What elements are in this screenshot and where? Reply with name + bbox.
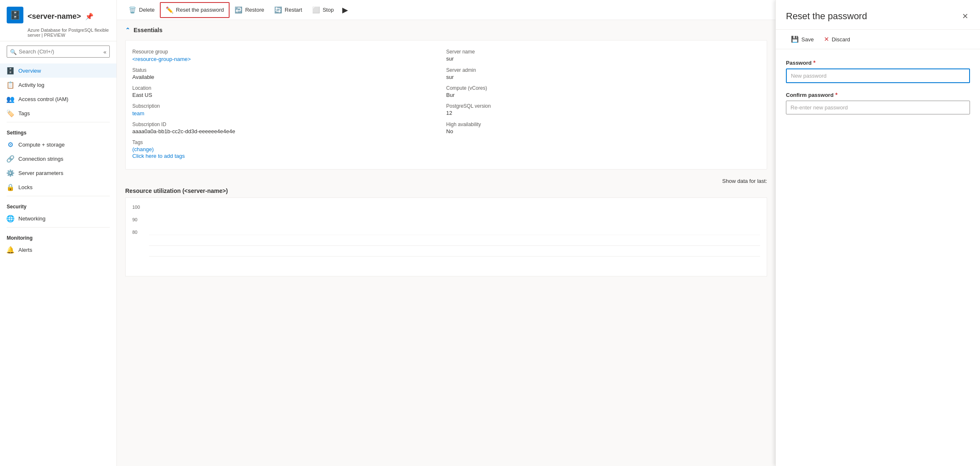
sidebar-item-server-parameters[interactable]: ⚙️ Server parameters [0,166,116,180]
sidebar-item-activity-log[interactable]: 📋 Activity log [0,78,116,92]
connection-strings-label: Connection strings [18,156,63,162]
status-value: Available [132,74,439,80]
panel-header: Reset the password ✕ [776,0,980,30]
sidebar-item-locks[interactable]: 🔒 Locks [0,180,116,194]
change-link[interactable]: (change) [132,146,154,152]
content-area: ⌃ Essentials Resource group <resource-gr… [117,20,775,466]
server-name-label: <server-name> [28,12,81,21]
overview-label: Overview [18,68,41,74]
search-input[interactable] [7,46,110,58]
compute-value: Bur [446,92,496,98]
confirm-password-input[interactable] [786,101,970,114]
essentials-ha: High availability No [446,120,760,138]
stop-button[interactable]: ⬜ Stop [307,3,339,17]
chart-container: 100 90 80 [125,198,767,276]
essentials-admin: Server admin sur [446,66,760,84]
stop-icon: ⬜ [312,6,320,14]
sidebar-item-networking[interactable]: 🌐 Networking [0,211,116,225]
essentials-subscription: Subscription team [132,101,446,120]
panel-save-button[interactable]: 💾 Save [786,33,819,46]
subscription-id-value: aaaa0a0a-bb1b-cc2c-dd3d-eeeeee4e4e4e [132,128,439,134]
password-input[interactable] [786,68,970,83]
password-form-group: Password * [786,59,970,83]
chart-svg [132,235,760,268]
settings-section-label: Settings [0,124,116,137]
server-name-col-label: Server name [446,49,753,55]
monitoring-section-label: Monitoring [0,229,116,243]
close-icon: ✕ [962,12,968,20]
server-parameters-label: Server parameters [18,170,63,176]
add-tags-link[interactable]: Click here to add tags [132,152,753,159]
sidebar-item-alerts[interactable]: 🔔 Alerts [0,243,116,257]
sidebar-item-connection-strings[interactable]: 🔗 Connection strings [0,152,116,166]
essentials-title: Essentials [134,27,162,33]
search-icon: 🔍 [10,48,17,55]
essentials-server-name: Server name sur [446,47,760,66]
essentials-resource-group: Resource group <resource-group-name> [132,47,446,66]
tags-row-value: (change) [132,146,753,152]
more-button[interactable]: ▶ [339,4,351,16]
save-icon: 💾 [791,35,799,43]
password-form-label: Password * [786,59,970,66]
collapse-icon[interactable]: « [104,48,106,55]
panel-title: Reset the password [786,11,867,22]
location-label: Location [132,85,439,91]
restart-button[interactable]: 🔄 Restart [269,3,307,17]
server-parameters-icon: ⚙️ [7,169,14,177]
sidebar-item-overview[interactable]: 🗄️ Overview [0,63,116,78]
ha-value: No [446,128,753,134]
essentials-location: Location East US [132,84,446,101]
sidebar-item-access-control[interactable]: 👥 Access control (IAM) [0,92,116,106]
reset-password-button[interactable]: ✏️ Reset the password [160,2,230,18]
pg-version-value: 12 [446,110,753,116]
resource-utilization-title: Resource utilization (<server-name>) [125,187,767,194]
sidebar: 🗄️ <server-name> 📌 Azure Database for Po… [0,0,117,466]
confirm-password-form-label: Confirm password * [786,91,970,98]
pin-icon[interactable]: 📌 [85,13,93,20]
settings-divider [7,122,110,122]
overview-icon: 🗄️ [7,67,14,74]
activity-log-icon: 📋 [7,81,14,89]
restore-button[interactable]: ↩️ Restore [230,3,269,17]
alerts-label: Alerts [18,247,32,253]
ha-label: High availability [446,122,753,127]
subscription-id-label: Subscription ID [132,122,439,127]
security-divider [7,196,110,196]
locks-label: Locks [18,184,33,190]
sidebar-header: 🗄️ <server-name> 📌 Azure Database for Po… [0,0,116,41]
confirm-password-form-group: Confirm password * [786,91,970,114]
compute-storage-label: Compute + storage [18,142,65,148]
monitoring-divider [7,227,110,228]
admin-value: sur [446,74,496,80]
panel-discard-button[interactable]: ✕ Discard [819,33,855,46]
subscription-value[interactable]: team [132,110,144,116]
restart-icon: 🔄 [274,6,282,14]
delete-button[interactable]: 🗑️ Delete [124,3,160,17]
delete-label: Delete [139,7,155,13]
location-value: East US [132,92,439,98]
server-subtitle: Azure Database for PostgreSQL flexible s… [7,28,110,38]
panel-close-button[interactable]: ✕ [960,10,970,23]
delete-icon: 🗑️ [129,6,136,14]
sidebar-item-tags[interactable]: 🏷️ Tags [0,106,116,120]
tags-row-label: Tags [132,139,753,145]
restore-label: Restore [245,7,264,13]
essentials-chevron-icon[interactable]: ⌃ [125,27,130,33]
confirm-required-star: * [835,91,837,98]
essentials-compute: Compute (vCores) Bur [446,84,760,101]
server-name-col-value: sur [446,56,496,62]
essentials-tags: Tags (change) Click here to add tags [132,138,760,162]
sidebar-nav: 🗄️ Overview 📋 Activity log 👥 Access cont… [0,62,116,466]
alerts-icon: 🔔 [7,246,14,253]
server-identity-row: 🗄️ <server-name> 📌 [7,7,110,26]
right-panel: Reset the password ✕ 💾 Save ✕ Discard Pa… [775,0,980,466]
discard-label: Discard [832,36,850,43]
resource-group-value[interactable]: <resource-group-name> [132,56,191,62]
show-data-row: Show data for last: [125,178,767,184]
connection-strings-icon: 🔗 [7,155,14,162]
tags-icon: 🏷️ [7,109,14,117]
subscription-label: Subscription [132,103,439,109]
main-content: 🗑️ Delete ✏️ Reset the password ↩️ Resto… [117,0,775,466]
sidebar-item-compute-storage[interactable]: ⚙ Compute + storage [0,137,116,152]
essentials-grid: Resource group <resource-group-name> Ser… [125,40,767,170]
